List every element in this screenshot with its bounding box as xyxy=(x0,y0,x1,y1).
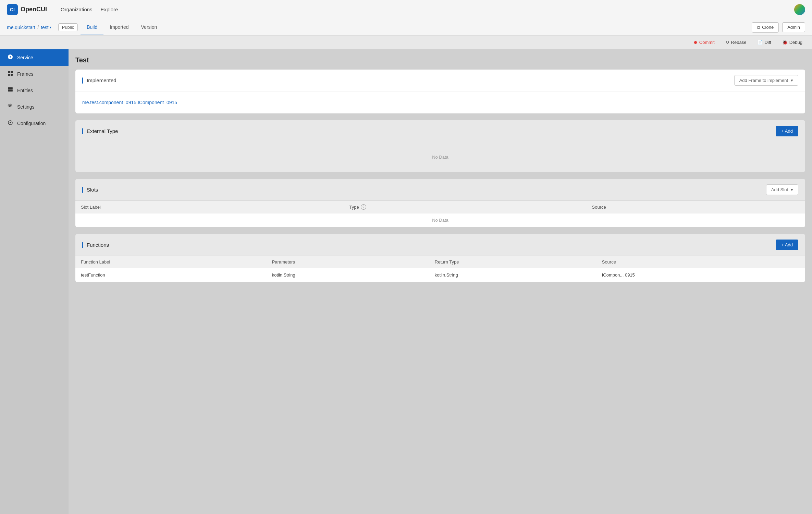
sidebar-item-entities[interactable]: Entities xyxy=(0,82,69,99)
chevron-down-icon: ▾ xyxy=(50,25,51,29)
external-type-no-data: No Data xyxy=(82,148,798,167)
commit-button[interactable]: Commit xyxy=(691,38,717,46)
public-badge[interactable]: Public xyxy=(58,23,78,31)
slots-no-data-row: No Data xyxy=(75,213,805,227)
commit-dot-icon xyxy=(694,41,697,44)
commit-label: Commit xyxy=(699,40,715,45)
frames-icon xyxy=(7,71,14,77)
svg-rect-0 xyxy=(8,71,10,73)
svg-rect-2 xyxy=(8,74,10,76)
configuration-icon xyxy=(7,120,14,127)
svg-rect-1 xyxy=(11,71,13,73)
functions-table-head: Function Label Parameters Return Type So… xyxy=(75,256,805,268)
implemented-item[interactable]: me.test.component_0915.IComponent_0915 xyxy=(82,97,798,108)
clone-button[interactable]: ⧉ Clone xyxy=(752,22,779,33)
app-title: OpenCUI xyxy=(21,6,47,13)
clone-icon: ⧉ xyxy=(757,25,760,30)
chevron-down-icon: ▾ xyxy=(791,78,793,83)
slots-header: Slots Add Slot ▾ xyxy=(75,179,805,201)
slots-table-body: No Data xyxy=(75,213,805,227)
debug-icon: 🐞 xyxy=(782,40,788,45)
slots-section: Slots Add Slot ▾ Slot Label Type ? xyxy=(75,179,805,227)
breadcrumb-separator: / xyxy=(37,25,39,30)
add-frame-dropdown[interactable]: Add Frame to implement ▾ xyxy=(734,75,798,86)
service-icon xyxy=(7,54,14,61)
logo-area: CI OpenCUI xyxy=(7,4,47,15)
col-parameters: Parameters xyxy=(267,256,429,268)
sidebar-item-service[interactable]: Service xyxy=(0,49,69,66)
external-type-body: No Data xyxy=(75,142,805,172)
slots-title: Slots xyxy=(82,187,98,193)
functions-add-button[interactable]: + Add xyxy=(776,240,798,250)
implemented-section-header: Implemented Add Frame to implement ▾ xyxy=(75,70,805,91)
settings-icon xyxy=(7,103,14,110)
second-nav: me.quickstart / test ▾ Public Build Impo… xyxy=(0,19,812,36)
svg-rect-6 xyxy=(8,91,13,92)
rebase-icon: ↺ xyxy=(726,40,729,45)
source-cell: ICompon... 0915 xyxy=(596,268,805,282)
section-accent-4 xyxy=(82,242,83,248)
logo-icon: CI xyxy=(7,4,18,15)
functions-header: Functions + Add xyxy=(75,234,805,256)
tabs: Build Imported Version xyxy=(81,20,752,35)
breadcrumb-current[interactable]: test ▾ xyxy=(41,25,51,30)
functions-table: Function Label Parameters Return Type So… xyxy=(75,256,805,282)
sidebar-item-settings-label: Settings xyxy=(17,104,35,110)
debug-button[interactable]: 🐞 Debug xyxy=(779,38,805,46)
table-row: testFunction kotlin.String kotlin.String… xyxy=(75,268,805,282)
main-content: Test Implemented Add Frame to implement … xyxy=(69,49,812,514)
breadcrumb-root[interactable]: me.quickstart xyxy=(7,25,35,30)
svg-rect-4 xyxy=(8,87,13,89)
tab-imported[interactable]: Imported xyxy=(103,20,135,35)
main-layout: Service Frames Entities xyxy=(0,49,812,514)
rebase-button[interactable]: ↺ Rebase xyxy=(723,38,749,46)
sidebar-item-configuration[interactable]: Configuration xyxy=(0,115,69,132)
implemented-title: Implemented xyxy=(82,77,116,84)
tab-version[interactable]: Version xyxy=(135,20,163,35)
entities-icon xyxy=(7,87,14,94)
diff-icon: 📄 xyxy=(757,40,763,45)
add-slot-dropdown[interactable]: Add Slot ▾ xyxy=(766,184,798,195)
col-source: Source xyxy=(587,201,805,213)
nav-explore[interactable]: Explore xyxy=(101,5,118,14)
section-accent xyxy=(82,77,83,84)
top-nav: CI OpenCUI Organizations Explore xyxy=(0,0,812,19)
svg-rect-3 xyxy=(11,74,13,76)
svg-point-8 xyxy=(10,122,11,123)
slots-table-header-row: Slot Label Type ? Source xyxy=(75,201,805,213)
toolbar: Commit ↺ Rebase 📄 Diff 🐞 Debug xyxy=(0,36,812,49)
page-title: Test xyxy=(75,56,805,64)
tab-build[interactable]: Build xyxy=(81,20,103,35)
implemented-section-body: me.test.component_0915.IComponent_0915 xyxy=(75,91,805,113)
info-icon[interactable]: ? xyxy=(361,204,366,210)
functions-header-row: Function Label Parameters Return Type So… xyxy=(75,256,805,268)
section-accent-2 xyxy=(82,128,83,134)
slots-no-data: No Data xyxy=(75,213,805,227)
sidebar-item-frames[interactable]: Frames xyxy=(0,66,69,82)
diff-button[interactable]: 📄 Diff xyxy=(754,38,774,46)
functions-title: Functions xyxy=(82,242,109,248)
external-type-section: External Type + Add No Data xyxy=(75,120,805,172)
functions-table-body: testFunction kotlin.String kotlin.String… xyxy=(75,268,805,282)
function-label-cell: testFunction xyxy=(75,268,267,282)
functions-section: Functions + Add Function Label Parameter… xyxy=(75,234,805,282)
section-accent-3 xyxy=(82,187,83,193)
col-slot-label: Slot Label xyxy=(75,201,344,213)
admin-button[interactable]: Admin xyxy=(782,22,805,32)
sidebar-item-configuration-label: Configuration xyxy=(17,121,46,126)
sidebar-item-settings[interactable]: Settings xyxy=(0,99,69,115)
top-nav-links: Organizations Explore xyxy=(61,5,794,14)
breadcrumb: me.quickstart / test ▾ xyxy=(7,25,51,30)
type-with-info: Type ? xyxy=(349,204,581,210)
external-type-header: External Type + Add xyxy=(75,120,805,142)
nav-organizations[interactable]: Organizations xyxy=(61,5,93,14)
parameters-cell: kotlin.String xyxy=(267,268,429,282)
col-type: Type ? xyxy=(344,201,586,213)
slots-table: Slot Label Type ? Source No Data xyxy=(75,201,805,227)
avatar[interactable] xyxy=(794,4,805,15)
external-type-add-button[interactable]: + Add xyxy=(776,126,798,136)
sidebar-item-entities-label: Entities xyxy=(17,88,33,93)
sidebar-item-service-label: Service xyxy=(17,55,33,60)
sidebar-item-frames-label: Frames xyxy=(17,71,33,77)
implemented-section: Implemented Add Frame to implement ▾ me.… xyxy=(75,70,805,113)
